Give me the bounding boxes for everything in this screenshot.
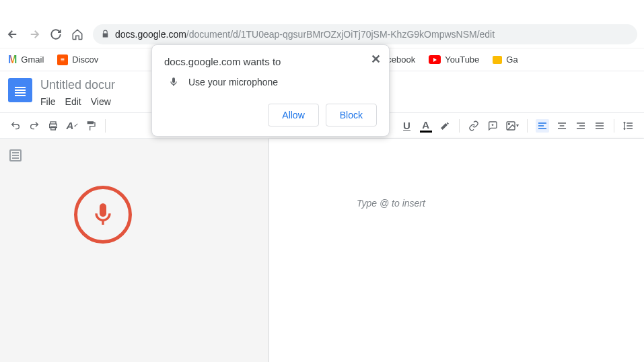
svg-point-4 bbox=[508, 123, 509, 124]
menu-file[interactable]: File bbox=[40, 96, 56, 107]
reload-icon[interactable] bbox=[50, 28, 62, 40]
separator bbox=[105, 119, 106, 133]
microphone-icon bbox=[168, 77, 179, 87]
text-color-icon[interactable]: A bbox=[420, 119, 432, 133]
forward-icon[interactable] bbox=[28, 28, 40, 40]
bookmark-label: YouTube bbox=[445, 55, 479, 65]
spellcheck-icon[interactable]: A✓ bbox=[66, 119, 78, 133]
permission-title: docs.google.com wants to bbox=[164, 56, 377, 67]
separator bbox=[614, 119, 614, 133]
separator bbox=[527, 119, 528, 133]
bookmark-label: Discov bbox=[72, 55, 98, 65]
allow-button[interactable]: Allow bbox=[268, 104, 318, 126]
lock-icon bbox=[101, 30, 110, 38]
close-icon[interactable]: ✕ bbox=[371, 52, 381, 67]
print-icon[interactable] bbox=[47, 119, 59, 133]
bookmark-label: Gmail bbox=[21, 55, 44, 65]
document-title[interactable]: Untitled docur bbox=[39, 77, 115, 94]
workspace: Type @ to insert bbox=[0, 139, 644, 362]
document-canvas[interactable]: Type @ to insert bbox=[269, 139, 644, 362]
paint-format-icon[interactable] bbox=[85, 119, 97, 133]
highlight-icon[interactable] bbox=[439, 119, 451, 133]
bookmark-gmail[interactable]: MGmail bbox=[8, 54, 44, 66]
permission-text: Use your microphone bbox=[188, 77, 278, 87]
svg-rect-6 bbox=[173, 85, 174, 86]
block-button[interactable]: Block bbox=[326, 104, 377, 126]
image-icon[interactable]: ▾ bbox=[505, 119, 519, 133]
align-left-icon[interactable] bbox=[536, 119, 549, 133]
menu-bar: File Edit View bbox=[39, 94, 115, 112]
undo-icon[interactable] bbox=[9, 119, 22, 133]
comment-icon[interactable] bbox=[487, 119, 499, 133]
line-spacing-icon[interactable] bbox=[622, 119, 635, 133]
align-justify-icon[interactable] bbox=[594, 119, 606, 133]
bookmark-label: Ga bbox=[506, 55, 517, 65]
bookmark-ga[interactable]: Ga bbox=[493, 55, 517, 65]
youtube-icon bbox=[429, 55, 441, 64]
align-right-icon[interactable] bbox=[575, 119, 587, 133]
svg-rect-5 bbox=[102, 221, 104, 225]
menu-view[interactable]: View bbox=[91, 96, 111, 107]
home-icon[interactable] bbox=[71, 28, 83, 40]
permission-dialog: ✕ docs.google.com wants to Use your micr… bbox=[151, 44, 390, 137]
underline-icon[interactable]: U bbox=[400, 119, 413, 133]
outline-icon[interactable] bbox=[9, 149, 22, 161]
align-center-icon[interactable] bbox=[556, 119, 568, 133]
menu-edit[interactable]: Edit bbox=[65, 96, 81, 107]
redo-icon[interactable] bbox=[28, 119, 40, 133]
address-bar[interactable]: docs.google.com/document/d/1TU0eap-qgsur… bbox=[93, 24, 637, 44]
bookmark-discover[interactable]: ≡Discov bbox=[57, 55, 98, 65]
folder-icon bbox=[493, 56, 502, 64]
docs-logo[interactable] bbox=[8, 78, 32, 102]
separator bbox=[459, 119, 460, 133]
soundcloud-icon: ≡ bbox=[57, 55, 68, 65]
permission-request-line: Use your microphone bbox=[164, 77, 377, 87]
url-path: /document/d/1TU0eap-qgsurBMrOZxjOiTj70jS… bbox=[186, 29, 495, 40]
gmail-icon: M bbox=[8, 54, 17, 66]
url-host: docs.google.com bbox=[115, 29, 186, 40]
voice-typing-panel bbox=[0, 139, 269, 362]
bookmark-youtube[interactable]: YouTube bbox=[429, 55, 479, 65]
editor-placeholder: Type @ to insert bbox=[357, 198, 425, 209]
link-icon[interactable] bbox=[468, 119, 480, 133]
back-icon[interactable] bbox=[7, 28, 19, 40]
voice-typing-mic-button[interactable] bbox=[74, 186, 132, 244]
